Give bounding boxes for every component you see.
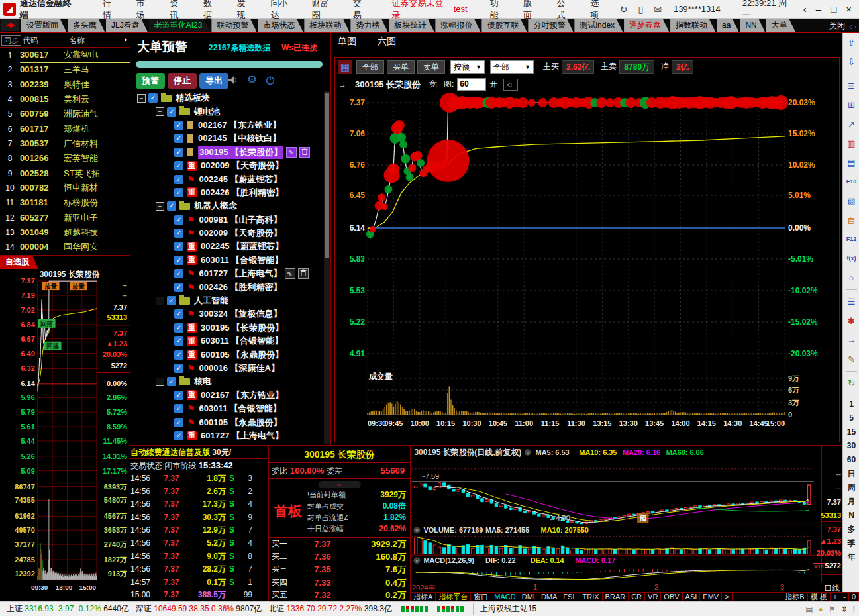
layout-tab-3[interactable]: 老道重化AI23 xyxy=(149,19,211,32)
table-row[interactable]: 4000815美利云 xyxy=(0,92,130,107)
collapse-toggle[interactable]: − xyxy=(156,297,164,305)
tab-scroll-arrows[interactable]: ◀▶ xyxy=(1,19,19,31)
layout-tab-1[interactable]: 多头鹰 xyxy=(68,19,105,32)
buy-level-row[interactable]: 买四7.330.4万 xyxy=(269,576,410,589)
checkbox[interactable]: ✓ xyxy=(174,283,183,292)
oval-icon[interactable]: ○ xyxy=(843,268,859,287)
pencil-icon[interactable]: ✎ xyxy=(843,350,859,369)
tree-node-stock[interactable]: ✓重002426 【胜利精密】 xyxy=(130,186,324,199)
indicator-tab-DMI[interactable]: DMI xyxy=(519,593,538,602)
history-back-button[interactable]: ‹ xyxy=(803,3,807,15)
table-row[interactable]: 13301049超越科技 xyxy=(0,225,130,240)
tape-row[interactable]: 14:567.375.2万S4 xyxy=(130,537,268,550)
tree-node-stock[interactable]: ✓重002009 【天奇股份】 xyxy=(130,159,324,172)
tree-node-group[interactable]: −✓人工智能 xyxy=(130,294,324,307)
interval-input[interactable]: 60 xyxy=(457,78,486,91)
indicator-tab-OBV[interactable]: OBV xyxy=(661,593,682,602)
period-60[interactable]: 60 xyxy=(843,453,859,467)
tree-node-stock[interactable]: ✓重601727 【上海电气】 xyxy=(130,429,324,442)
indicator-tab-ASI[interactable]: ASI xyxy=(683,593,701,602)
tree-node-stock[interactable]: ✓重300195 【长荣股份】 xyxy=(130,321,324,334)
tree-node-stock[interactable]: ✓⚑002245 【蔚蓝锂芯】 xyxy=(130,172,324,185)
layout-tab-13[interactable]: 逐梦看盘 xyxy=(624,19,669,32)
menu-item-1[interactable]: 市场 xyxy=(136,0,152,21)
table-row[interactable]: 8001266宏英智能 xyxy=(0,151,130,166)
indicator-tab-指标平台[interactable]: 指标平台 xyxy=(436,593,471,602)
tree-node-group[interactable]: −✓机器人概念 xyxy=(130,199,324,213)
indicator-tab-BRAR[interactable]: BRAR xyxy=(603,593,629,602)
checkbox[interactable]: ✓ xyxy=(174,134,183,143)
col-code[interactable]: 代码 xyxy=(23,33,69,48)
mini-timeshare-chart[interactable]: 300195 长荣股份7.377.197.026.846.676.496.326… xyxy=(0,268,130,601)
period-15[interactable]: 15 xyxy=(843,425,859,439)
tree-node-stock[interactable]: ✓重603011 【合锻智能】 xyxy=(130,334,324,348)
index-上证[interactable]: 上证 3316.93 -3.97 -0.12% 6440亿 xyxy=(7,603,129,615)
menu-item-2[interactable]: 资讯 xyxy=(170,0,185,21)
login-user[interactable]: test xyxy=(454,4,468,14)
trend-icon[interactable]: ↗ xyxy=(843,115,859,134)
table-row[interactable]: 11301181标榜股份 xyxy=(0,195,130,210)
alert-icon[interactable]: ! xyxy=(853,605,855,614)
period-季[interactable]: 季 xyxy=(843,537,859,550)
tree-node-stock[interactable]: ✓⚑601727 【上海电气】✎ xyxy=(130,267,324,280)
alert-stop-button[interactable]: 停止 xyxy=(168,73,197,89)
trash-icon[interactable] xyxy=(299,147,310,158)
checkbox[interactable]: ✓ xyxy=(174,431,183,440)
minimize-button[interactable]: – xyxy=(816,3,821,15)
indicator-tab-VR[interactable]: VR xyxy=(645,593,661,602)
log-icon[interactable]: ▤ xyxy=(805,605,813,614)
checkbox[interactable]: ✓ xyxy=(167,201,176,211)
tree-node-stock[interactable]: ✓重002167 【东方锆业】 xyxy=(130,389,324,402)
indicator-tab-CR[interactable]: CR xyxy=(629,593,645,602)
close-layout-button[interactable]: 关闭 xyxy=(825,21,849,32)
sync-button[interactable]: 同步 xyxy=(1,35,21,46)
formula-icon[interactable]: f(x) xyxy=(843,249,859,268)
index-深证[interactable]: 深证 10649.59 38.35 0.36% 9807亿 xyxy=(136,603,262,615)
layout-tab-15[interactable]: aa xyxy=(717,19,738,32)
menu-right-item-1[interactable]: 版面 xyxy=(523,0,538,21)
tab-six-chart[interactable]: 六图 xyxy=(378,36,396,46)
edit-icon[interactable]: ✎ xyxy=(286,147,297,158)
tree-node-stock[interactable]: ✓⚑000981 【山子高科】 xyxy=(130,213,324,227)
speaker-icon[interactable] xyxy=(227,75,239,85)
close-button[interactable]: × xyxy=(846,3,852,15)
buy-level-row[interactable]: 买一7.373929.2万 xyxy=(269,538,410,550)
layout-tab-10[interactable]: 债股互联 xyxy=(481,19,527,32)
grid-view-icon[interactable]: ▦ xyxy=(338,60,352,74)
checkbox[interactable]: ✓ xyxy=(167,107,176,117)
tree-node-root[interactable]: −✓精选板块 xyxy=(130,91,324,105)
tree-node-stock[interactable]: ✓⚑300324 【旋极信息】 xyxy=(130,307,324,321)
tape-row[interactable]: 14:567.3730.3万S9 xyxy=(130,511,268,525)
period-1[interactable]: 1 xyxy=(843,397,859,411)
collapse-toggle[interactable]: − xyxy=(156,107,164,116)
timeshare-chart[interactable]: 7.377.066.766.456.145.835.535.224.9120.0… xyxy=(335,93,839,438)
zixuan-icon[interactable]: 自 xyxy=(843,211,859,230)
back-arrow-icon[interactable]: ⇦ xyxy=(849,22,859,32)
indicator-tab--[interactable]: - xyxy=(840,593,849,602)
tree-node-stock[interactable]: ✓⚑000016 【深康佳A】 xyxy=(130,362,324,375)
table-row[interactable]: 6601717郑煤机 xyxy=(0,122,130,136)
alert-start-button[interactable]: 预警 xyxy=(136,73,165,89)
collapse-toggle[interactable]: − xyxy=(156,378,164,386)
menu-right-item-2[interactable]: 公式 xyxy=(557,0,572,21)
updown-icon[interactable]: ⇕ xyxy=(841,605,848,614)
indicator-tab-指标B[interactable]: 指标B xyxy=(782,593,807,602)
layout-tab-8[interactable]: 板块统计 xyxy=(389,19,434,32)
layout-tab-14[interactable]: 指数联动 xyxy=(670,19,715,32)
layout-tab-11[interactable]: 分时预警 xyxy=(528,19,573,32)
scroll-up-icon[interactable]: ⇧ xyxy=(843,33,859,52)
menu-item-0[interactable]: 行情 xyxy=(103,0,118,21)
table-row[interactable]: 1300617安靠智电 xyxy=(0,48,130,62)
tree-node-stock[interactable]: ✓300195 【长荣股份】✎ xyxy=(130,146,324,159)
filter-buy-button[interactable]: 买单 xyxy=(387,60,415,74)
mail-icon[interactable]: ✉ xyxy=(654,4,662,15)
power-icon[interactable] xyxy=(265,75,276,85)
period-月[interactable]: 月 xyxy=(843,495,859,509)
renew-notice[interactable]: 自动续费通达信普及版 30元/ xyxy=(130,446,268,459)
checkbox[interactable]: ✓ xyxy=(174,336,183,346)
layout-tab-17[interactable]: 大单 xyxy=(766,19,795,32)
layout-tab-6[interactable]: 板块联动 xyxy=(304,19,349,32)
tree-node-stock[interactable]: ✓⚑002009 【天奇股份】 xyxy=(130,227,324,240)
tape-row[interactable]: 14:567.3717.3万S4 xyxy=(130,498,268,511)
coin-icon[interactable]: ● xyxy=(819,605,823,614)
